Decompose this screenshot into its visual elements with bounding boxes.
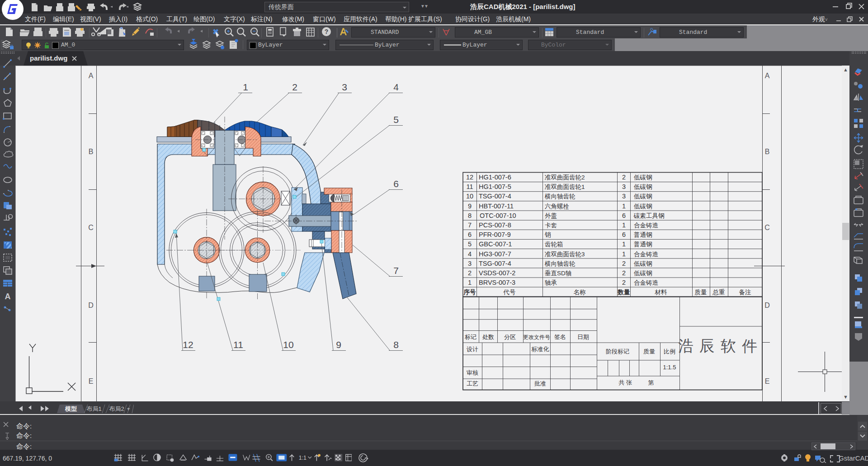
svg-text:BRVS-007-3: BRVS-007-3 — [479, 279, 515, 286]
svg-text:1:1: 1:1 — [299, 455, 307, 461]
svg-text:2: 2 — [622, 174, 626, 181]
svg-text:材料: 材料 — [655, 289, 668, 296]
svg-text:低碳钢: 低碳钢 — [633, 174, 652, 181]
svg-text:2: 2 — [468, 269, 472, 277]
svg-text:工艺: 工艺 — [467, 380, 478, 387]
svg-text:普通钢: 普通钢 — [634, 241, 652, 248]
svg-text:横向轴齿轮: 横向轴齿轮 — [544, 193, 576, 200]
svg-text:A: A — [765, 72, 770, 80]
svg-text:2: 2 — [292, 82, 297, 92]
svg-text:处数: 处数 — [482, 334, 494, 340]
svg-text:普通钢: 普通钢 — [634, 231, 652, 238]
svg-text:HBT-007-11: HBT-007-11 — [479, 202, 514, 210]
svg-text:外盖: 外盖 — [545, 212, 557, 219]
svg-text:代号: 代号 — [503, 289, 516, 296]
svg-text:更改文件号: 更改文件号 — [523, 334, 550, 340]
svg-text:备注: 备注 — [739, 289, 752, 296]
svg-text:第: 第 — [648, 379, 654, 386]
svg-text:垂直SD轴: 垂直SD轴 — [545, 270, 571, 277]
svg-text:2: 2 — [622, 279, 626, 286]
svg-text:齿轮箱: 齿轮箱 — [545, 241, 563, 248]
svg-text:卡套: 卡套 — [545, 222, 557, 229]
svg-text:9: 9 — [336, 339, 341, 350]
svg-text:阶段标记: 阶段标记 — [606, 348, 629, 355]
svg-text:?: ? — [325, 28, 329, 35]
svg-text:布局1: 布局1 — [86, 405, 101, 412]
svg-text:C: C — [764, 224, 770, 231]
svg-text:标准化: 标准化 — [532, 346, 549, 353]
svg-text:数量: 数量 — [618, 289, 631, 296]
svg-text:HG3-007-7: HG3-007-7 — [479, 250, 511, 258]
svg-text:共 张: 共 张 — [618, 379, 632, 386]
svg-text:5: 5 — [468, 240, 472, 248]
svg-text:11: 11 — [466, 183, 473, 190]
svg-text:B: B — [89, 148, 94, 155]
svg-text:12: 12 — [466, 174, 473, 181]
svg-text:E: E — [89, 377, 94, 385]
svg-text:低碳钢: 低碳钢 — [633, 270, 652, 277]
svg-text:11: 11 — [233, 339, 243, 350]
svg-text:8: 8 — [468, 212, 472, 219]
svg-text:TSG-007-4: TSG-007-4 — [479, 193, 511, 200]
svg-text:准双曲面齿轮3: 准双曲面齿轮3 — [545, 251, 585, 258]
svg-text:+: + — [127, 405, 130, 412]
svg-text:销: 销 — [545, 231, 551, 238]
svg-text:质量: 质量 — [643, 348, 655, 355]
svg-text:横向轴齿轮: 横向轴齿轮 — [544, 260, 576, 267]
svg-text:5: 5 — [393, 114, 399, 125]
svg-text:签名: 签名 — [554, 334, 566, 340]
svg-text:GBC-007-1: GBC-007-1 — [479, 240, 512, 248]
svg-text:TSG-007-4: TSG-007-4 — [479, 260, 511, 267]
svg-text:3: 3 — [622, 193, 626, 200]
svg-text:合金铸造: 合金铸造 — [634, 279, 658, 286]
svg-text:低碳钢: 低碳钢 — [633, 193, 652, 200]
svg-text:A: A — [5, 292, 11, 301]
svg-text:合金铸造: 合金铸造 — [634, 222, 658, 229]
svg-text:1: 1 — [243, 82, 248, 92]
svg-text:日期: 日期 — [577, 334, 589, 340]
svg-text:轴承: 轴承 — [545, 279, 557, 286]
svg-text:VSDS-007-2: VSDS-007-2 — [479, 269, 515, 277]
svg-text:3: 3 — [468, 260, 472, 267]
svg-text:1:1.5: 1:1.5 — [663, 364, 676, 371]
svg-text:低碳钢: 低碳钢 — [633, 203, 652, 210]
svg-text:PFR-007-9: PFR-007-9 — [479, 231, 511, 238]
svg-text:1: 1 — [622, 250, 626, 258]
svg-text:质量: 质量 — [695, 289, 707, 296]
svg-text:低碳钢: 低碳钢 — [633, 260, 652, 267]
svg-text:10: 10 — [466, 193, 473, 200]
svg-text:4: 4 — [468, 250, 472, 258]
svg-text:1: 1 — [622, 202, 626, 210]
svg-text:准双曲面齿轮1: 准双曲面齿轮1 — [545, 184, 585, 190]
svg-text:分区: 分区 — [504, 334, 516, 340]
svg-text:设计: 设计 — [467, 346, 478, 353]
svg-text:合金铸造: 合金铸造 — [634, 251, 658, 258]
svg-text:A: A — [89, 72, 94, 80]
svg-text:OTC-007-10: OTC-007-10 — [480, 212, 516, 219]
svg-text:1: 1 — [468, 279, 472, 286]
svg-text:2: 2 — [622, 260, 626, 267]
svg-text:HG1-007-5: HG1-007-5 — [479, 183, 511, 190]
svg-text:D: D — [88, 301, 94, 309]
svg-text:模型: 模型 — [65, 405, 77, 412]
svg-text:7: 7 — [468, 221, 472, 229]
svg-text:比例: 比例 — [664, 348, 675, 355]
svg-text:序号: 序号 — [463, 289, 476, 296]
svg-text:低碳钢: 低碳钢 — [633, 184, 652, 190]
svg-text:10: 10 — [283, 339, 293, 350]
svg-text:标记: 标记 — [465, 334, 476, 340]
svg-text:B: B — [765, 148, 770, 155]
svg-text:6: 6 — [468, 231, 472, 238]
svg-text:布局2: 布局2 — [108, 405, 124, 412]
svg-text:C: C — [88, 224, 94, 231]
svg-text:1: 1 — [622, 221, 626, 229]
svg-text:HG1-007-6: HG1-007-6 — [479, 174, 511, 181]
svg-text:PCS-007-8: PCS-007-8 — [479, 221, 511, 229]
svg-text:准双曲面齿轮2: 准双曲面齿轮2 — [545, 174, 585, 181]
svg-text:D: D — [764, 301, 770, 309]
svg-text:8: 8 — [393, 339, 399, 350]
svg-text:1: 1 — [622, 240, 626, 248]
svg-text:9: 9 — [468, 202, 472, 210]
svg-text:3: 3 — [622, 183, 626, 190]
svg-text:7: 7 — [393, 265, 399, 276]
